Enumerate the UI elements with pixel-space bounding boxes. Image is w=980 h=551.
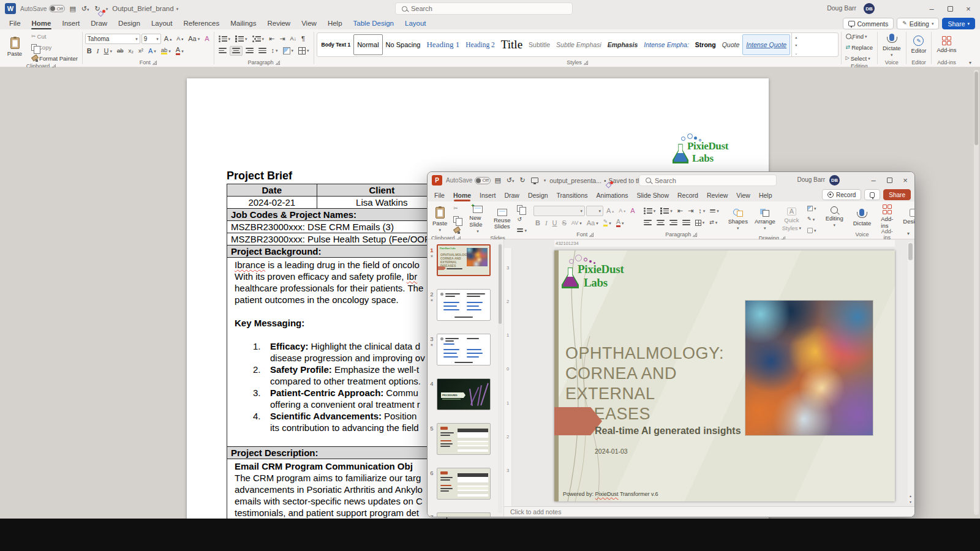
vertical-ruler[interactable]: 3210123	[504, 248, 512, 506]
save-icon[interactable]: ▤	[69, 6, 75, 12]
styles-scroll-up[interactable]: ▴	[792, 33, 800, 41]
font-name-combo[interactable]: Tahoma▾	[85, 34, 140, 44]
superscript-button[interactable]: x²	[137, 46, 145, 56]
styles-more[interactable]: ⌄	[792, 49, 800, 57]
increase-indent-button[interactable]: ⇥	[277, 34, 287, 44]
notes-pane[interactable]: Click to add notes	[504, 506, 914, 517]
format-painter-button[interactable]: Format Painter	[29, 53, 80, 63]
select-button[interactable]: ▷Select▾	[844, 53, 875, 63]
ppt-tab-slideshow[interactable]: Slide Show	[633, 190, 674, 200]
ppt-tab-review[interactable]: Review	[703, 190, 732, 200]
italic-button[interactable]: I	[95, 46, 101, 56]
style-heading-1[interactable]: Heading 1	[423, 34, 462, 55]
shape-outline-button[interactable]: ✎▾	[805, 214, 818, 224]
slide-scrollbar[interactable]: ▴ ▾	[908, 242, 913, 504]
ppt-avatar[interactable]: DB	[829, 175, 840, 186]
previous-slide-button[interactable]: ▴	[910, 493, 911, 498]
slide-thumbnail-2[interactable]	[437, 289, 491, 321]
ppt-font-size-combo[interactable]: ▾	[586, 206, 603, 216]
redo-icon[interactable]: ↻	[520, 177, 526, 184]
ppt-maximize-button[interactable]	[881, 173, 897, 187]
ppt-tab-home[interactable]: Home	[449, 190, 475, 200]
slide-scrollbar-thumb[interactable]	[908, 243, 913, 260]
ppt-tab-view[interactable]: View	[732, 190, 755, 200]
style-body-text-1[interactable]: Body Text 1	[318, 34, 354, 55]
grow-font-button[interactable]: A▴	[605, 206, 616, 216]
styles-scroll-down[interactable]: ▾	[792, 41, 800, 49]
ppt-app-icon[interactable]: P	[432, 175, 442, 186]
text-direction-button[interactable]: ▾	[708, 206, 721, 216]
subscript-button[interactable]: x₂	[127, 46, 135, 56]
style-no-spacing[interactable]: No Spacing	[383, 34, 424, 55]
addins-button[interactable]: Add-ins	[934, 36, 959, 54]
strikethrough-button[interactable]: S	[560, 218, 568, 228]
change-case-button[interactable]: Aa▾	[186, 34, 202, 44]
slide-layout-button[interactable]: ▾	[515, 203, 529, 213]
word-share-button[interactable]: Share▾	[942, 18, 975, 29]
justify-button[interactable]	[257, 46, 268, 56]
ppt-copy-button[interactable]	[451, 214, 462, 224]
quick-styles-button[interactable]: AQuickStyles▾	[780, 207, 804, 232]
shape-effects-button[interactable]: ▾	[805, 225, 818, 235]
word-user-name[interactable]: Doug Barr	[827, 4, 856, 12]
ppt-tab-draw[interactable]: Draw	[500, 190, 524, 200]
slide-thumbnail-3[interactable]	[437, 334, 491, 365]
clear-format-button[interactable]: A	[628, 206, 636, 216]
word-maximize-button[interactable]	[941, 2, 959, 15]
slide-abstract-image[interactable]	[745, 301, 873, 435]
italic-button[interactable]: I	[543, 218, 549, 228]
present-icon[interactable]	[531, 178, 538, 183]
slide-editing-surface[interactable]: PixieDust Labs OPHTHALMOLOGY:CORNEA ANDE…	[554, 250, 895, 501]
decrease-indent-button[interactable]: ⇤	[676, 206, 685, 216]
qat-more-icon[interactable]: ▾	[544, 178, 546, 182]
align-left-button[interactable]	[642, 218, 654, 228]
word-tab-design[interactable]: Design	[113, 18, 146, 28]
paste-button[interactable]: Paste	[2, 37, 27, 58]
paragraph-dialog-launcher[interactable]	[276, 61, 280, 65]
section-button[interactable]: ▾	[515, 225, 529, 235]
line-spacing-button[interactable]: ↕▾	[696, 206, 707, 216]
word-tab-help[interactable]: Help	[322, 18, 348, 28]
align-center-button[interactable]	[230, 46, 243, 56]
bullet-list-button[interactable]: ▾	[642, 206, 658, 216]
word-tab-references[interactable]: References	[178, 18, 225, 28]
underline-button[interactable]: U▾	[102, 46, 113, 56]
font-dialog-launcher[interactable]	[589, 233, 594, 237]
style-strong[interactable]: Strong	[692, 34, 719, 55]
multilevel-list-button[interactable]: ▾	[251, 34, 266, 44]
line-spacing-button[interactable]: ↕▾	[270, 46, 280, 56]
clear-format-button[interactable]: A	[203, 34, 211, 44]
font-size-combo[interactable]: 9▾	[141, 34, 161, 44]
word-close-button[interactable]: ×	[959, 2, 978, 15]
align-center-button[interactable]	[655, 218, 666, 228]
ppt-share-button[interactable]: Share	[883, 189, 911, 200]
comments-button[interactable]: Comments	[843, 18, 894, 29]
ppt-tab-animations[interactable]: Animations	[592, 190, 633, 200]
next-slide-button[interactable]: ▾	[910, 500, 911, 504]
word-tab-table-design[interactable]: Table Design	[348, 18, 399, 28]
slide-thumbnail-5[interactable]	[437, 423, 491, 455]
font-color-button[interactable]: A▾	[614, 218, 626, 228]
word-scrollbar-thumb[interactable]	[974, 72, 978, 145]
gem-icon[interactable]	[606, 182, 612, 189]
new-slide-button[interactable]: +New Slide▾	[467, 205, 489, 234]
ppt-tab-help[interactable]: Help	[755, 190, 777, 200]
text-effects-button[interactable]: A▾	[146, 46, 158, 56]
justify-button[interactable]	[680, 218, 692, 228]
ppt-minimize-button[interactable]: –	[865, 173, 881, 187]
word-tab-layout-ctx[interactable]: Layout	[399, 18, 432, 28]
align-right-button[interactable]	[244, 46, 255, 56]
ppt-tab-record[interactable]: Record	[673, 190, 703, 200]
shrink-font-button[interactable]: A▾	[617, 206, 627, 216]
shrink-font-button[interactable]: A▾	[175, 34, 185, 44]
autosave-toggle[interactable]: Off	[475, 177, 491, 184]
shape-fill-button[interactable]: ▾	[805, 203, 818, 213]
columns-button[interactable]: ▾	[693, 218, 707, 228]
ppt-cut-button[interactable]: ✂	[451, 203, 462, 213]
word-scrollbar[interactable]	[974, 70, 979, 515]
numbered-list-button[interactable]: ▾	[658, 206, 674, 216]
word-autosave[interactable]: AutoSave Off	[20, 5, 65, 12]
record-button[interactable]: Record	[822, 189, 861, 200]
strikethrough-button[interactable]: ab	[115, 46, 126, 56]
align-left-button[interactable]	[217, 46, 228, 56]
